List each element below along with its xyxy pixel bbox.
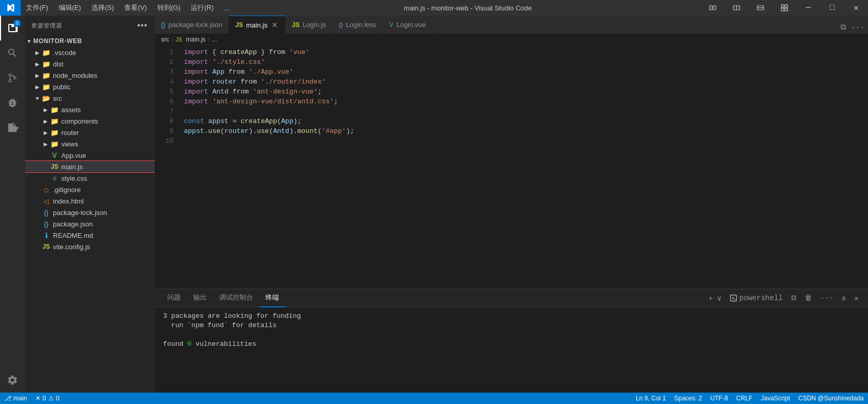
sidebar-item-dist[interactable]: ▶ 📁 dist — [25, 58, 155, 70]
status-spaces[interactable]: Spaces: 2 — [670, 393, 706, 404]
menu-file[interactable]: 文件(F) — [21, 0, 54, 16]
svg-rect-6 — [781, 5, 784, 7]
window-layout-btn1[interactable] — [701, 0, 725, 16]
line-num-4: 4 — [155, 77, 173, 87]
folder-icon: 📁 — [50, 105, 59, 114]
breadcrumb-main-js[interactable]: main.js — [186, 36, 206, 43]
json-tab-icon: {} — [161, 21, 165, 29]
panel-trash-btn[interactable]: 🗑 — [802, 292, 815, 304]
panel-more-btn[interactable]: ··· — [817, 292, 836, 304]
str-style: './style.css' — [212, 57, 265, 67]
extensions-activity-icon[interactable] — [0, 115, 25, 140]
editor-area: {} package-lock.json JS main.js ✕ JS Log… — [155, 16, 868, 393]
js-file-icon: JS — [50, 162, 59, 171]
vuln-count: 0 — [188, 340, 192, 348]
sidebar-item-package-lock[interactable]: ▶ {} package-lock.json — [25, 207, 155, 218]
panel-tab-problems[interactable]: 问题 — [161, 289, 187, 307]
sidebar-item-gitignore[interactable]: ▶ ◇ .gitignore — [25, 184, 155, 195]
status-branch[interactable]: ⎇ main — [0, 393, 31, 404]
explorer-badge: 2 — [14, 20, 21, 27]
panel-chevron-up-btn[interactable]: ∧ — [838, 292, 849, 305]
sidebar-more-btn[interactable]: ••• — [136, 20, 149, 31]
split-editor-btn[interactable]: ⧉ — [837, 21, 849, 34]
status-eol[interactable]: CRLF — [732, 393, 756, 404]
code-line-8: const appst = createApp ( App ); — [180, 116, 868, 126]
tab-login-js[interactable]: JS Login.js — [286, 16, 333, 34]
debug-activity-icon[interactable] — [0, 90, 25, 115]
menu-view[interactable]: 查看(V) — [119, 0, 152, 16]
panel-tab-output[interactable]: 输出 — [187, 289, 213, 307]
tab-login-vue[interactable]: V Login.vue — [383, 16, 432, 34]
panel-tab-debug-console[interactable]: 调试控制台 — [213, 289, 259, 307]
code-content[interactable]: import { createApp } from 'vue' import '… — [180, 45, 868, 289]
title-bar-menu: 文件(F) 编辑(E) 选择(S) 查看(V) 转到(G) 运行(R) ... — [21, 0, 235, 16]
window-layout-btn4[interactable] — [772, 0, 796, 16]
more-actions-btn[interactable]: ··· — [851, 21, 864, 34]
sidebar-item-node-modules[interactable]: ▶ 📁 node_modules — [25, 70, 155, 81]
breadcrumb-src[interactable]: src — [161, 36, 169, 43]
item-label: views — [61, 140, 151, 148]
tab-main-js[interactable]: JS main.js ✕ — [229, 16, 286, 34]
status-ln-col[interactable]: Ln 9, Col 1 — [632, 393, 670, 404]
status-lang[interactable]: JavaScript — [757, 393, 794, 404]
title-bar-left: 文件(F) 编辑(E) 选择(S) 查看(V) 转到(G) 运行(R) ... — [0, 0, 235, 16]
tab-login-less[interactable]: {} Login.less — [332, 16, 383, 34]
search-activity-icon[interactable] — [0, 41, 25, 65]
sidebar-item-index-html[interactable]: ▶ ◁ index.html — [25, 195, 155, 207]
sidebar-item-package-json[interactable]: ▶ {} package.json — [25, 218, 155, 230]
panel-powershell-btn[interactable]: powershell — [727, 292, 786, 304]
folder-arrow: ▶ — [42, 138, 50, 150]
item-label: style.css — [61, 174, 151, 182]
line-numbers: 1 2 3 4 5 6 7 8 9 10 — [155, 45, 180, 289]
git-activity-icon[interactable] — [0, 65, 25, 90]
breadcrumb-ellipsis[interactable]: ... — [212, 36, 217, 43]
status-errors[interactable]: ✕ 0 ⚠ 0 — [31, 393, 63, 404]
plain — [208, 57, 212, 67]
panel-add-btn[interactable]: + ∨ — [705, 292, 725, 305]
window-layout-btn2[interactable] — [725, 0, 749, 16]
folder-arrow: ▶ — [42, 115, 50, 127]
warning-icon: ⚠ — [48, 395, 54, 402]
line-num-5: 5 — [155, 87, 173, 97]
menu-more[interactable]: ... — [219, 0, 235, 16]
code-line-7 — [180, 106, 868, 116]
panel-close-btn[interactable]: ✕ — [851, 292, 862, 305]
window-title: main.js - monitor-web - Visual Studio Co… — [235, 4, 701, 12]
menu-run[interactable]: 运行(R) — [185, 0, 219, 16]
sidebar-item-router[interactable]: ▶ 📁 router — [25, 127, 155, 138]
plain: ( — [277, 116, 281, 126]
status-encoding[interactable]: UTF-8 — [706, 393, 732, 404]
sidebar-item-vite-config[interactable]: ▶ JS vite.config.js — [25, 241, 155, 252]
sidebar-item-views[interactable]: ▶ 📁 views — [25, 138, 155, 150]
panel-tab-terminal[interactable]: 终端 — [259, 289, 285, 307]
menu-selection[interactable]: 选择(S) — [86, 0, 119, 16]
maximize-button[interactable]: □ — [820, 0, 844, 16]
sidebar-header: 资源管理器 ••• — [25, 16, 155, 35]
sidebar-item-vscode[interactable]: ▶ 📁 .vscode — [25, 47, 155, 58]
sidebar-item-style-css[interactable]: ▶ # style.css — [25, 172, 155, 184]
tab-package-lock[interactable]: {} package-lock.json — [155, 16, 229, 34]
tree-root[interactable]: ▼ MONITOR-WEB — [25, 35, 155, 47]
menu-edit[interactable]: 编辑(E) — [54, 0, 86, 16]
sidebar-item-public[interactable]: ▶ 📁 public — [25, 81, 155, 92]
sidebar-item-components[interactable]: ▶ 📁 components — [25, 115, 155, 127]
panel-split-btn[interactable]: ⧉ — [788, 292, 799, 304]
menu-goto[interactable]: 转到(G) — [152, 0, 186, 16]
sidebar-item-assets[interactable]: ▶ 📁 assets — [25, 104, 155, 115]
line-num-8: 8 — [155, 116, 173, 126]
code-line-4: import router from './router/index' — [180, 77, 868, 87]
folder-arrow: ▶ — [42, 127, 50, 138]
settings-activity-icon[interactable] — [0, 368, 25, 393]
sidebar-item-app-vue[interactable]: ▶ V App.vue — [25, 150, 155, 161]
close-button[interactable]: ✕ — [844, 0, 868, 16]
explorer-activity-icon[interactable]: 2 — [0, 16, 25, 41]
sidebar-item-src[interactable]: ▼ 📂 src — [25, 92, 155, 104]
tab-close-btn[interactable]: ✕ — [271, 21, 279, 29]
minimize-button[interactable]: ─ — [796, 0, 820, 16]
window-layout-btn3[interactable] — [749, 0, 772, 16]
panel-content: 3 packages are looking for funding run `… — [155, 307, 868, 393]
str-vue: 'vue' — [289, 47, 310, 57]
sidebar-item-main-js[interactable]: ▶ JS main.js — [25, 161, 155, 172]
sidebar-item-readme[interactable]: ▶ ℹ README.md — [25, 230, 155, 241]
fn-createapp2: createApp — [241, 116, 277, 126]
